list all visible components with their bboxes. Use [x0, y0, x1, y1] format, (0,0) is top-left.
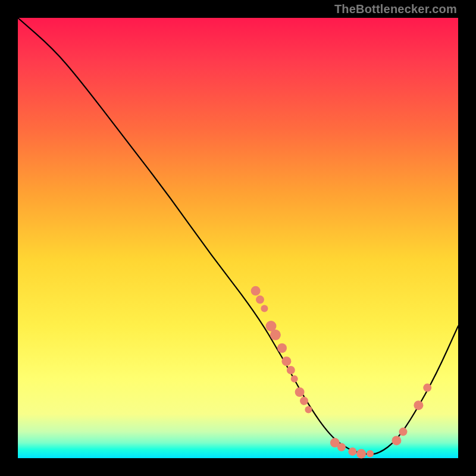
data-point	[423, 384, 431, 392]
data-point	[295, 387, 305, 397]
data-point	[277, 343, 287, 353]
data-point	[281, 356, 291, 366]
data-point	[356, 449, 366, 459]
chart-svg	[18, 18, 458, 458]
data-point	[300, 397, 308, 405]
scatter-layer	[251, 286, 432, 459]
data-point	[392, 436, 401, 445]
bottleneck-curve	[18, 18, 458, 454]
watermark-text: TheBottlenecker.com	[334, 2, 457, 16]
data-point	[337, 443, 346, 452]
data-point	[367, 450, 374, 458]
data-point	[414, 400, 423, 410]
data-point	[261, 305, 268, 312]
data-point	[256, 296, 264, 304]
data-point	[399, 428, 408, 436]
data-point	[270, 330, 281, 340]
data-point	[305, 406, 312, 414]
data-point	[348, 447, 356, 456]
chart-area	[18, 18, 458, 458]
data-point	[287, 366, 295, 374]
data-point	[251, 286, 261, 296]
data-point	[291, 375, 298, 383]
